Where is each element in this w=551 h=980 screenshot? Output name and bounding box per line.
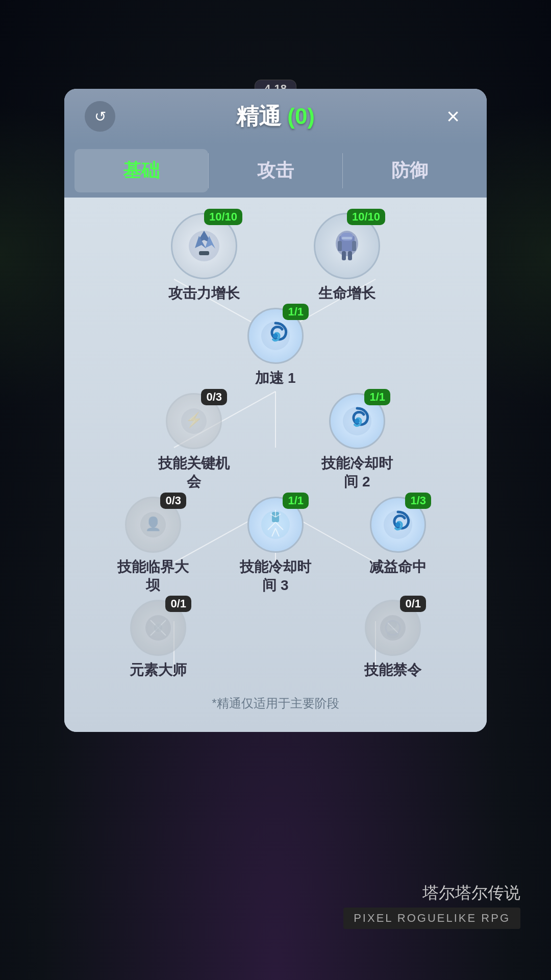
badge-debuff-hit: 1/3 — [405, 493, 431, 509]
svg-text:元: 元 — [155, 624, 162, 632]
svg-point-23 — [273, 333, 278, 338]
close-icon: × — [446, 104, 460, 129]
node-critical-dam[interactable]: 👤 0/3 技能临界大坝 — [112, 497, 194, 595]
label-accel-1: 加速 1 — [255, 369, 295, 387]
title-text: 精通 — [236, 104, 281, 129]
label-debuff-hit: 减益命中 — [369, 558, 427, 576]
svg-rect-18 — [338, 241, 342, 251]
node-attack-growth[interactable]: 10/10 攻击力增长 — [163, 213, 245, 303]
label-critical-dam: 技能临界大坝 — [112, 558, 194, 595]
label-attack-growth: 攻击力增长 — [168, 284, 240, 303]
tab-basic[interactable]: 基础 — [74, 149, 208, 192]
node-debuff-hit[interactable]: 1/3 减益命中 — [357, 497, 439, 576]
badge-accel-1: 1/1 — [283, 304, 309, 320]
svg-text:⚡: ⚡ — [185, 411, 203, 428]
skill-ban-icon — [375, 610, 411, 646]
svg-rect-13 — [199, 251, 209, 255]
badge-attack-growth: 10/10 — [204, 209, 242, 225]
svg-rect-17 — [342, 237, 352, 239]
label-element-master: 元素大师 — [130, 661, 187, 679]
node-accel-1[interactable]: 1/1 加速 1 — [235, 308, 316, 387]
label-cooldown-2: 技能冷却时间 2 — [316, 454, 398, 492]
node-element-master[interactable]: 元 0/1 元素大师 — [117, 600, 199, 679]
label-skill-ban: 技能禁令 — [364, 661, 421, 679]
reset-icon: ↺ — [94, 108, 106, 125]
mastery-note: *精通仅适用于主要阶段 — [85, 695, 466, 712]
svg-point-27 — [355, 419, 360, 424]
close-button[interactable]: × — [440, 103, 466, 130]
swirl-icon-1 — [258, 318, 293, 354]
label-skill-key-chance: 技能关键机会 — [153, 454, 235, 492]
attack-growth-icon — [184, 226, 224, 266]
element-master-icon: 元 — [140, 610, 176, 646]
badge-element-master: 0/1 — [165, 596, 191, 612]
game-name: 塔尔塔尔传说 — [343, 882, 520, 904]
mastery-count: (0) — [287, 104, 315, 129]
badge-skill-key-chance: 0/3 — [201, 389, 227, 405]
node-cooldown-3[interactable]: 1/1 技能冷却时间 3 — [235, 497, 316, 595]
badge-cooldown-2: 1/1 — [364, 389, 390, 405]
ice-skill-icon — [258, 507, 293, 543]
footer: 塔尔塔尔传说 PIXEL ROGUELIKE RPG — [343, 882, 520, 929]
svg-rect-21 — [348, 251, 352, 260]
row-5: 元 0/1 元素大师 — [85, 600, 466, 679]
game-sub: PIXEL ROGUELIKE RPG — [343, 908, 520, 929]
modal-header: ↺ 精通 (0) × — [64, 89, 487, 144]
badge-cooldown-3: 1/1 — [283, 493, 309, 509]
label-cooldown-3: 技能冷却时间 3 — [235, 558, 316, 595]
tabs-bar: 基础 攻击 防御 — [64, 144, 487, 198]
badge-skill-ban: 0/1 — [400, 596, 426, 612]
skill-tree-body: 10/10 攻击力增长 — [64, 198, 487, 732]
svg-rect-20 — [342, 251, 346, 260]
critical-dam-icon: 👤 — [135, 507, 171, 543]
row-2: 1/1 加速 1 — [85, 308, 466, 387]
node-skill-key-chance[interactable]: ⚡ 0/3 技能关键机会 — [153, 393, 235, 492]
skill-tree: 10/10 攻击力增长 — [85, 213, 466, 680]
mastery-modal: ↺ 精通 (0) × 基础 攻击 防御 — [64, 89, 487, 732]
badge-life-growth: 10/10 — [347, 209, 385, 225]
row-4: 👤 0/3 技能临界大坝 — [85, 497, 466, 595]
label-life-growth: 生命增长 — [318, 284, 375, 303]
node-skill-ban[interactable]: 0/1 技能禁令 — [352, 600, 434, 679]
tab-defense[interactable]: 防御 — [343, 149, 477, 192]
swirl-icon-3 — [380, 507, 416, 543]
modal-title: 精通 (0) — [236, 102, 315, 132]
row-1: 10/10 攻击力增长 — [85, 213, 466, 303]
badge-critical-dam: 0/3 — [160, 493, 186, 509]
row-3: ⚡ 0/3 技能关键机会 — [85, 393, 466, 492]
node-cooldown-2[interactable]: 1/1 技能冷却时间 2 — [316, 393, 398, 492]
node-life-growth[interactable]: 10/10 生命增长 — [306, 213, 388, 303]
svg-rect-19 — [352, 241, 356, 251]
life-growth-icon — [327, 226, 367, 266]
svg-text:👤: 👤 — [145, 516, 162, 532]
svg-point-40 — [395, 522, 400, 527]
tab-attack[interactable]: 攻击 — [209, 149, 342, 192]
reset-button[interactable]: ↺ — [85, 101, 115, 132]
swirl-icon-2 — [339, 403, 375, 439]
skill-dim-icon: ⚡ — [176, 403, 212, 439]
